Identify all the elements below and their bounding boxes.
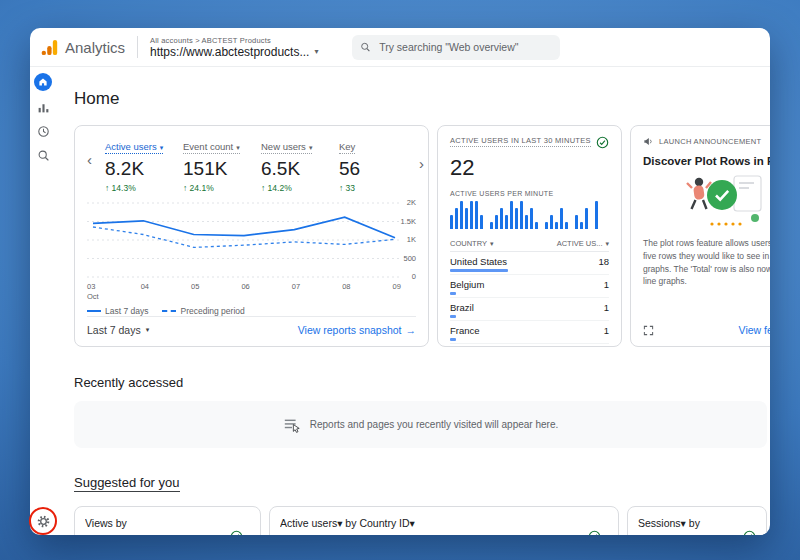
minute-bar: [560, 208, 563, 229]
analytics-window: Analytics All accounts > ABCTEST Product…: [30, 28, 770, 535]
x-axis-tick: 03: [87, 282, 99, 291]
y-axis-tick: 1K: [407, 236, 416, 244]
carousel-fade: ›: [368, 133, 428, 194]
overview-card-footer: Last 7 days▾ View reports snapshot→: [87, 316, 416, 336]
x-axis-tick-sub: Oct: [87, 292, 99, 301]
check-circle-icon[interactable]: [230, 530, 243, 536]
country-value-bar: [450, 292, 456, 295]
legend-label: Last 7 days: [105, 306, 148, 316]
metric-label: Event count: [183, 141, 233, 152]
search-input[interactable]: [377, 40, 552, 54]
minute-bar: [470, 201, 473, 229]
minute-bar: [595, 201, 598, 229]
recently-accessed-empty-text: Reports and pages you recently visited w…: [310, 419, 558, 430]
minute-bar: [450, 215, 453, 229]
metric-value: 6.5K: [261, 158, 339, 180]
sidebar-item-reports[interactable]: [36, 100, 51, 115]
carousel-left-button[interactable]: ‹: [87, 152, 92, 167]
country-name: France: [450, 325, 480, 341]
arrow-right-icon: →: [406, 324, 417, 336]
admin-settings-button[interactable]: [36, 514, 51, 529]
realtime-table: United States18Belgium1Brazil1France1: [450, 252, 609, 344]
country-name: Brazil: [450, 302, 474, 318]
minute-bar: [525, 215, 528, 229]
main-content: Home ‹ Active users▾ 8.2K ↑ 14.3%: [56, 67, 770, 535]
sidebar-item-advertising[interactable]: [36, 148, 51, 163]
view-realtime-link[interactable]: View realtime→: [532, 344, 609, 347]
caret-down-icon[interactable]: ▾: [604, 532, 608, 536]
card-title-line1: Active users▾ by Country ID▾: [280, 516, 415, 532]
realtime-card: ACTIVE USERS IN LAST 30 MINUTES 22 ACTIV…: [437, 125, 622, 347]
minute-bar: [505, 215, 508, 229]
suggested-card-sessions[interactable]: Sessions▾ by Session primary ch...: [627, 506, 767, 535]
sidebar-item-explore[interactable]: [36, 124, 51, 139]
minute-bar: [575, 215, 578, 229]
metric-label: Key: [339, 141, 355, 152]
check-circle-icon[interactable]: [596, 136, 609, 149]
check-circle-icon[interactable]: [588, 530, 601, 536]
minute-bar: [535, 222, 538, 229]
minute-bar: [545, 222, 548, 229]
minute-bar: [530, 208, 533, 229]
search-bar[interactable]: [352, 35, 560, 60]
x-axis-labels: 03Oct 04 05 06 07 08 09: [87, 282, 401, 301]
caret-down-icon: ▾: [160, 144, 164, 152]
app-title: Analytics: [65, 39, 125, 56]
suggested-title: Suggested for you: [74, 475, 770, 490]
card-title-line1: Views by: [85, 516, 187, 532]
recently-accessed-title: Recently accessed: [74, 375, 770, 390]
card-title-line2: Session primary ch...: [638, 532, 736, 535]
caret-down-icon[interactable]: ▾: [246, 532, 250, 536]
y-axis-tick: 500: [403, 255, 416, 263]
dashed-line-swatch: [162, 310, 176, 312]
minute-bar: [565, 222, 568, 229]
active-users-column-header[interactable]: ACTIVE US...▾: [557, 239, 609, 248]
metric-new-users[interactable]: New users▾ 6.5K ↑ 14.2%: [261, 136, 339, 191]
country-value-bar: [450, 315, 456, 318]
carousel-right-button[interactable]: ›: [419, 156, 424, 171]
property-name: https://www.abctestproducts...: [150, 45, 309, 59]
announcement-title: Discover Plot Rows in Reports: [643, 155, 770, 167]
gear-icon: [36, 514, 51, 529]
line-chart-canvas: [87, 199, 401, 281]
cursor-list-icon: [283, 416, 301, 434]
metric-delta: ↑ 14.2%: [261, 183, 339, 193]
minute-bar: [585, 208, 588, 229]
check-circle-icon[interactable]: [743, 530, 756, 536]
realtime-card-title: ACTIVE USERS IN LAST 30 MINUTES: [450, 136, 591, 147]
card-title-line1: Sessions▾ by: [638, 516, 736, 532]
analytics-logo[interactable]: Analytics: [40, 38, 125, 57]
topbar-divider: [137, 36, 138, 58]
breadcrumb: All accounts > ABCTEST Products: [150, 36, 318, 45]
suggested-card-active-users[interactable]: Active users▾ by Country ID▾ ▾: [269, 506, 619, 535]
metric-active-users[interactable]: Active users▾ 8.2K ↑ 14.3%: [105, 136, 183, 191]
x-axis-tick: 04: [141, 282, 149, 301]
expand-icon[interactable]: [643, 325, 654, 336]
analytics-logo-icon: [40, 38, 59, 57]
country-value: 18: [598, 256, 609, 267]
suggested-card-views[interactable]: Views by Page title and scree... ▾: [74, 506, 261, 535]
country-value-bar: [450, 338, 456, 341]
sidebar-item-home[interactable]: [34, 73, 52, 91]
announcement-eyebrow: LAUNCH ANNOUNCEMENT: [659, 137, 761, 146]
metric-event-count[interactable]: Event count▾ 151K ↑ 24.1%: [183, 136, 261, 191]
caret-down-icon: ▾: [605, 240, 609, 248]
country-column-header[interactable]: COUNTRY▾: [450, 239, 493, 248]
magnifier-icon: [37, 149, 50, 162]
date-range-selector[interactable]: Last 7 days▾: [87, 324, 149, 336]
caret-down-icon: ▾: [146, 326, 150, 334]
country-value: 1: [604, 325, 609, 336]
page-title: Home: [74, 89, 770, 109]
view-reports-snapshot-link[interactable]: View reports snapshot→: [298, 324, 416, 336]
y-axis-tick: 2K: [407, 199, 416, 207]
minute-bar: [520, 201, 523, 229]
search-icon: [360, 41, 371, 53]
account-switcher[interactable]: All accounts > ABCTEST Products https://…: [150, 36, 318, 59]
home-icon: [38, 77, 48, 87]
metric-value: 8.2K: [105, 158, 183, 180]
left-nav: [30, 67, 56, 535]
minute-bar: [455, 208, 458, 229]
minute-bar: [475, 201, 478, 229]
view-features-link[interactable]: View features: [739, 324, 770, 336]
minute-bar: [510, 201, 513, 229]
